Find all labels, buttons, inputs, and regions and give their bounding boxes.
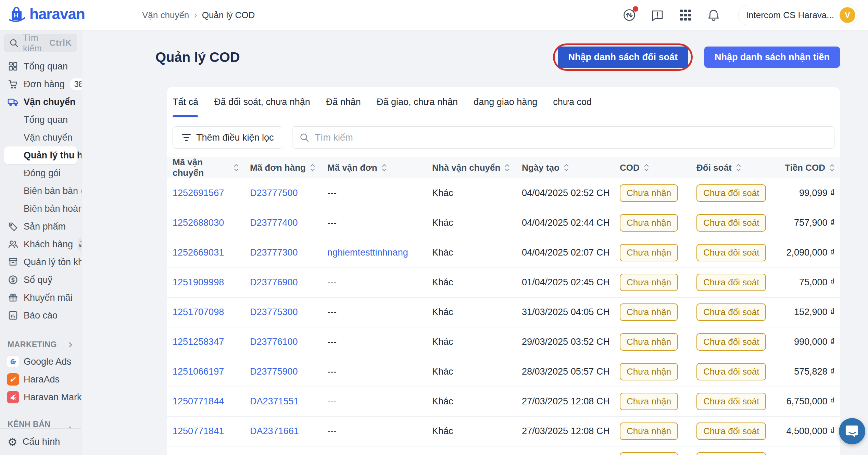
page-header-row: Quản lý COD Nhập danh sách đối soát Nhập… (155, 43, 840, 71)
col-cod[interactable]: COD (614, 157, 691, 178)
sidebar-item-haraads[interactable]: HaraAds (4, 370, 77, 388)
feedback-bubble-icon (650, 8, 665, 22)
sidebar-subitem-van-chuyen[interactable]: Vận chuyển (4, 129, 77, 146)
order-id-link[interactable]: D23777300 (250, 247, 298, 258)
avatar: V (840, 7, 855, 23)
order-id-link[interactable]: D23776100 (250, 337, 298, 347)
notifications-button[interactable] (706, 8, 721, 23)
order-id-link[interactable]: DA2371661 (250, 426, 299, 436)
tab-da-doi-soat-chua-nhan[interactable]: Đã đối soát, chưa nhận (214, 87, 310, 117)
import-receive-money-list-button[interactable]: Nhập danh sách nhận tiền (704, 47, 840, 68)
sidebar-item-khach-hang[interactable]: Khách hàng (4, 235, 77, 253)
feedback-button[interactable] (650, 8, 665, 23)
table-row[interactable]: 1252669031 D23777300 nghiemtesttinhnang … (167, 238, 840, 268)
table-row[interactable]: 1250771844 DA2371551 --- Khác 27/03/2025… (167, 387, 840, 416)
col-doi-soat[interactable]: Đối soát (691, 157, 766, 178)
cod-amount: 990,000 ₫ (794, 337, 835, 347)
table-row[interactable]: 1250771842 DA2371671 --- Khác 27/03/2025… (167, 446, 840, 455)
tab-dang-giao-hang[interactable]: đang giao hàng (474, 87, 537, 117)
tab-da-giao-chua-nhan[interactable]: Đã giao, chưa nhận (377, 87, 458, 117)
sidebar-item-don-hang[interactable]: Đơn hàng 3809 (4, 75, 77, 93)
table-row[interactable]: 1251258347 D23776100 --- Khác 29/03/2025… (167, 327, 840, 357)
table-row[interactable]: 1252691567 D23777500 --- Khác 04/04/2025… (167, 178, 840, 208)
shipment-id-link[interactable]: 1251909998 (173, 277, 224, 287)
breadcrumb-parent[interactable]: Vận chuyển (142, 10, 189, 21)
shipment-id-link[interactable]: 1250771841 (173, 426, 224, 436)
sidebar-item-google-ads[interactable]: Google Ads (4, 353, 77, 370)
sort-icon (644, 163, 649, 172)
sidebar-item-so-quy[interactable]: Sổ quỹ (4, 271, 77, 289)
table-header: Mã vận chuyển Mã đơn hàng Mã vận đơn Nhà… (167, 157, 840, 178)
order-id-link[interactable]: D23777500 (250, 188, 298, 198)
intercom-chat-launcher[interactable] (839, 418, 865, 444)
sidebar-subitem-bien-ban-hoan-hang[interactable]: Biên bản hoàn hàng (4, 200, 77, 218)
col-nha-van-chuyen[interactable]: Nhà vận chuyển (427, 157, 516, 178)
order-id-link[interactable]: DA2371551 (250, 396, 299, 406)
truck-icon (8, 96, 18, 107)
import-reconcile-list-button[interactable]: Nhập danh sách đối soát (558, 47, 688, 68)
shipment-id-link[interactable]: 1250771844 (173, 396, 224, 406)
order-id-link[interactable]: D23775300 (250, 307, 298, 317)
shipment-id-link[interactable]: 1252688030 (173, 218, 224, 228)
shipment-id-link[interactable]: 1251066197 (173, 366, 224, 377)
sidebar-section-marketing[interactable]: MARKETING (8, 340, 74, 349)
col-ma-van-chuyen[interactable]: Mã vận chuyển (167, 157, 244, 178)
sidebar-item-tong-quan[interactable]: Tổng quan (4, 57, 77, 75)
sort-icon (504, 163, 510, 172)
shipment-id-link[interactable]: 1252691567 (173, 188, 224, 198)
header-actions: Intercom CS Harava... V (622, 5, 858, 25)
table-row[interactable]: 1252688030 D23777400 --- Khác 04/04/2025… (167, 208, 840, 238)
col-tien-cod[interactable]: Tiền COD (766, 157, 840, 178)
col-ma-don-hang[interactable]: Mã đơn hàng (244, 157, 322, 178)
order-id-link[interactable]: D23777400 (250, 218, 298, 228)
gear-icon: ⚙ (8, 437, 17, 447)
page-actions: Nhập danh sách đối soát Nhập danh sách n… (553, 43, 840, 71)
cod-amount: 75,000 ₫ (799, 277, 835, 287)
sidebar-item-cau-hinh[interactable]: ⚙ Cấu hình (0, 428, 81, 455)
sidebar-item-bao-cao[interactable]: Báo cáo (4, 307, 77, 324)
filter-button-label: Thêm điều kiện lọc (196, 132, 274, 143)
sidebar-subitem-bien-ban-ban-giao[interactable]: Biên bản bàn giao (4, 182, 77, 200)
sidebar-item-label: Đơn hàng (24, 79, 65, 90)
sidebar-item-label: Tổng quan (24, 115, 68, 125)
sidebar-item-van-chuyen[interactable]: Vận chuyển (4, 93, 77, 111)
sidebar-subitem-quan-ly-thu-ho[interactable]: Quản lý thu hộ (4, 146, 77, 164)
carrier-name: Khác (432, 307, 453, 317)
sidebar-item-label: Tổng quan (24, 61, 68, 72)
table-row[interactable]: 1251909998 D23776900 --- Khác 01/04/2025… (167, 268, 840, 297)
filter-icon (182, 134, 191, 141)
reconcile-status-badge: Chưa đối soát (696, 303, 766, 321)
table-row[interactable]: 1250771841 DA2371661 --- Khác 27/03/2025… (167, 416, 840, 446)
sort-icon (736, 163, 741, 172)
tab-chua-cod[interactable]: chưa cod (553, 87, 592, 117)
shipment-id-link[interactable]: 1251707098 (173, 307, 224, 317)
sidebar-subitem-dong-goi[interactable]: Đóng gói (4, 164, 77, 182)
account-menu[interactable]: Intercom CS Harava... V (738, 5, 858, 25)
table-row[interactable]: 1251707098 D23775300 --- Khác 31/03/2025… (167, 297, 840, 327)
sidebar-item-san-pham[interactable]: Sản phẩm (4, 218, 77, 235)
reconcile-status-badge: Chưa đối soát (696, 422, 766, 440)
created-at: 29/03/2025 03:52 CH (522, 337, 610, 347)
add-filter-button[interactable]: Thêm điều kiện lọc (173, 126, 283, 149)
page-title: Quản lý COD (155, 50, 240, 65)
table-search-input[interactable]: Tìm kiếm (292, 126, 834, 149)
tab-tat-ca[interactable]: Tất cả (173, 87, 198, 117)
carrier-name: Khác (432, 188, 453, 198)
tab-da-nhan[interactable]: Đã nhận (326, 87, 361, 117)
sync-updates-button[interactable] (622, 8, 637, 23)
table-row[interactable]: 1251066197 D23775900 --- Khác 28/03/2025… (167, 357, 840, 387)
sidebar-subitem-tong-quan[interactable]: Tổng quan (4, 111, 77, 129)
shipment-id-link[interactable]: 1251258347 (173, 337, 224, 347)
sidebar-item-label: Vận chuyển (24, 97, 76, 107)
shipment-id-link[interactable]: 1252669031 (173, 247, 224, 258)
sidebar-item-haravan-marketing[interactable]: Haravan Marketing (4, 388, 77, 406)
sidebar-search-input[interactable]: Tìm kiếm CtrlK (4, 34, 77, 52)
haravan-logo[interactable]: H haravan (8, 6, 82, 24)
sidebar-item-quan-ly-ton-kho[interactable]: Quản lý tồn kho (4, 253, 77, 271)
col-ma-van-don[interactable]: Mã vận đơn (322, 157, 427, 178)
apps-grid-button[interactable] (678, 8, 693, 23)
col-ngay-tao[interactable]: Ngày tạo (516, 157, 614, 178)
order-id-link[interactable]: D23775900 (250, 366, 298, 377)
order-id-link[interactable]: D23776900 (250, 277, 298, 287)
sidebar-item-khuyen-mai[interactable]: Khuyến mãi (4, 289, 77, 307)
